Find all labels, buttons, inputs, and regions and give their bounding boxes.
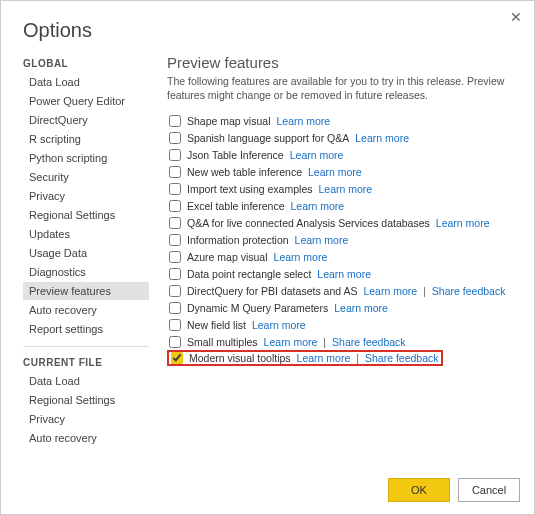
sidebar-item[interactable]: Regional Settings: [23, 391, 149, 409]
feature-label: DirectQuery for PBI datasets and AS: [187, 285, 357, 297]
feature-label: New web table inference: [187, 166, 302, 178]
sidebar-section-header: GLOBAL: [23, 58, 149, 69]
sidebar-item[interactable]: Preview features: [23, 282, 149, 300]
sidebar-section-header: CURRENT FILE: [23, 357, 149, 368]
feature-checkbox[interactable]: [169, 285, 181, 297]
sidebar-item[interactable]: Privacy: [23, 410, 149, 428]
learn-more-link[interactable]: Learn more: [318, 183, 372, 195]
sidebar-item[interactable]: DirectQuery: [23, 111, 149, 129]
feature-row: Small multiplesLearn more|Share feedback: [167, 333, 518, 350]
feature-label: Shape map visual: [187, 115, 270, 127]
learn-more-link[interactable]: Learn more: [355, 132, 409, 144]
feature-label: Dynamic M Query Parameters: [187, 302, 328, 314]
learn-more-link[interactable]: Learn more: [363, 285, 417, 297]
link-divider: |: [323, 336, 326, 348]
feature-label: Import text using examples: [187, 183, 312, 195]
learn-more-link[interactable]: Learn more: [252, 319, 306, 331]
feature-row: Data point rectangle selectLearn more: [167, 265, 518, 282]
sidebar-item[interactable]: Usage Data: [23, 244, 149, 262]
feature-row: New field listLearn more: [167, 316, 518, 333]
sidebar-item[interactable]: R scripting: [23, 130, 149, 148]
feature-checkbox[interactable]: [169, 268, 181, 280]
page-heading: Preview features: [167, 54, 518, 71]
feature-row: Shape map visualLearn more: [167, 112, 518, 129]
learn-more-link[interactable]: Learn more: [297, 352, 351, 364]
feature-checkbox[interactable]: [169, 251, 181, 263]
feature-row: Azure map visualLearn more: [167, 248, 518, 265]
share-feedback-link[interactable]: Share feedback: [365, 352, 439, 364]
feature-checkbox[interactable]: [169, 132, 181, 144]
feature-label: Information protection: [187, 234, 289, 246]
feature-label: Data point rectangle select: [187, 268, 311, 280]
sidebar-item[interactable]: Security: [23, 168, 149, 186]
feature-checkbox[interactable]: [169, 149, 181, 161]
sidebar-item[interactable]: Regional Settings: [23, 206, 149, 224]
feature-checkbox[interactable]: [171, 352, 183, 364]
learn-more-link[interactable]: Learn more: [436, 217, 490, 229]
sidebar-item[interactable]: Auto recovery: [23, 429, 149, 447]
learn-more-link[interactable]: Learn more: [264, 336, 318, 348]
sidebar-item[interactable]: Report settings: [23, 320, 149, 338]
feature-row: Spanish language support for Q&ALearn mo…: [167, 129, 518, 146]
dialog-title: Options: [1, 1, 534, 48]
sidebar-item[interactable]: Updates: [23, 225, 149, 243]
feature-row: Dynamic M Query ParametersLearn more: [167, 299, 518, 316]
main-panel: Preview features The following features …: [153, 48, 524, 448]
sidebar-item[interactable]: Power Query Editor: [23, 92, 149, 110]
learn-more-link[interactable]: Learn more: [290, 200, 344, 212]
feature-label: Spanish language support for Q&A: [187, 132, 349, 144]
feature-label: Json Table Inference: [187, 149, 284, 161]
sidebar-item[interactable]: Python scripting: [23, 149, 149, 167]
feature-list: Shape map visualLearn moreSpanish langua…: [167, 112, 518, 366]
sidebar-item[interactable]: Data Load: [23, 73, 149, 91]
learn-more-link[interactable]: Learn more: [334, 302, 388, 314]
feature-row: Import text using examplesLearn more: [167, 180, 518, 197]
feature-checkbox[interactable]: [169, 166, 181, 178]
share-feedback-link[interactable]: Share feedback: [432, 285, 506, 297]
feature-row: Q&A for live connected Analysis Services…: [167, 214, 518, 231]
learn-more-link[interactable]: Learn more: [308, 166, 362, 178]
cancel-button[interactable]: Cancel: [458, 478, 520, 502]
learn-more-link[interactable]: Learn more: [295, 234, 349, 246]
feature-label: Modern visual tooltips: [189, 352, 291, 364]
feature-label: Q&A for live connected Analysis Services…: [187, 217, 430, 229]
feature-row: New web table inferenceLearn more: [167, 163, 518, 180]
feature-checkbox[interactable]: [169, 234, 181, 246]
sidebar-item[interactable]: Data Load: [23, 372, 149, 390]
feature-label: Small multiples: [187, 336, 258, 348]
feature-checkbox[interactable]: [169, 200, 181, 212]
feature-row: Modern visual tooltipsLearn more|Share f…: [167, 350, 443, 366]
sidebar-item[interactable]: Auto recovery: [23, 301, 149, 319]
feature-checkbox[interactable]: [169, 336, 181, 348]
dialog-footer: OK Cancel: [388, 478, 520, 502]
sidebar-item[interactable]: Privacy: [23, 187, 149, 205]
feature-checkbox[interactable]: [169, 115, 181, 127]
learn-more-link[interactable]: Learn more: [317, 268, 371, 280]
feature-checkbox[interactable]: [169, 319, 181, 331]
learn-more-link[interactable]: Learn more: [276, 115, 330, 127]
sidebar-item[interactable]: Diagnostics: [23, 263, 149, 281]
feature-label: New field list: [187, 319, 246, 331]
feature-checkbox[interactable]: [169, 302, 181, 314]
sidebar: GLOBALData LoadPower Query EditorDirectQ…: [23, 48, 153, 448]
feature-row: Information protectionLearn more: [167, 231, 518, 248]
feature-label: Azure map visual: [187, 251, 268, 263]
learn-more-link[interactable]: Learn more: [274, 251, 328, 263]
learn-more-link[interactable]: Learn more: [290, 149, 344, 161]
feature-row: DirectQuery for PBI datasets and ASLearn…: [167, 282, 518, 299]
page-description: The following features are available for…: [167, 75, 518, 102]
link-divider: |: [356, 352, 359, 364]
feature-row: Excel table inferenceLearn more: [167, 197, 518, 214]
close-icon[interactable]: ✕: [510, 9, 522, 25]
feature-label: Excel table inference: [187, 200, 284, 212]
feature-checkbox[interactable]: [169, 183, 181, 195]
link-divider: |: [423, 285, 426, 297]
share-feedback-link[interactable]: Share feedback: [332, 336, 406, 348]
ok-button[interactable]: OK: [388, 478, 450, 502]
feature-row: Json Table InferenceLearn more: [167, 146, 518, 163]
feature-checkbox[interactable]: [169, 217, 181, 229]
